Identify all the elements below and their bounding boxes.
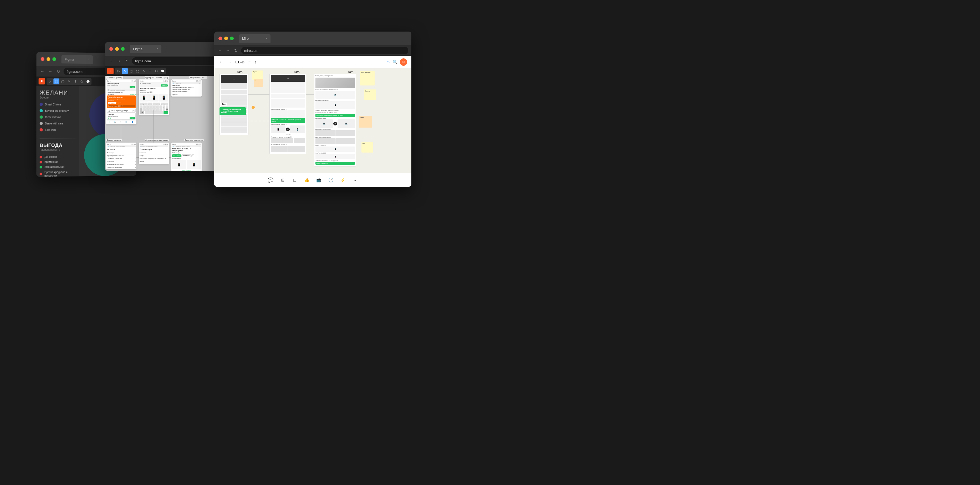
tab-label-win2: Figma — [133, 47, 143, 51]
minimize-button-win3[interactable] — [224, 37, 228, 40]
url-input-win2[interactable]: figma.com — [132, 57, 218, 65]
miro-cursor-icon[interactable]: ↖ — [387, 59, 390, 64]
figma-pen-win2[interactable]: ✎ — [141, 68, 147, 74]
forward-icon-win3[interactable]: → — [225, 48, 231, 53]
figma-tools-win2: ▷ ↖ ⬚ ◯ ✎ T ⬡ 💬 — [115, 68, 166, 75]
addressbar-win2: ← → ↻ figma.com — [105, 56, 221, 66]
benefit-dot-2 — [40, 161, 42, 163]
figma-content-win2: Главная страница Курсор поставлен в стро… — [105, 76, 221, 171]
benefit-label-1: Денежная — [45, 155, 57, 158]
miro-grid-btn[interactable]: ⊞ — [278, 176, 287, 184]
figma-cursor-tool[interactable]: ▷ — [47, 78, 53, 84]
tab-figma-win1[interactable]: Figma × — [62, 55, 93, 64]
emotion-dot-clear — [40, 115, 43, 119]
traffic-lights-win3 — [218, 37, 234, 40]
tab-close-miro[interactable]: × — [266, 37, 267, 40]
figma-text-tool[interactable]: T — [73, 79, 78, 85]
minimize-button[interactable] — [46, 57, 50, 61]
browser-window-miro: Miro × ← → ↻ miro.com ← → EL-D ☆ ↑ ↖ 🔍 B… — [214, 32, 411, 187]
figma-cursor-win2[interactable]: ▷ — [116, 68, 121, 74]
mobile-mockup-tv: Carrier9:41 AM 🔍Поиск по каталогу банка … — [139, 142, 169, 164]
sticky-1: Задача — [252, 70, 263, 80]
figma-shape-win2[interactable]: ◯ — [135, 68, 140, 74]
maximize-button-win2[interactable] — [121, 47, 125, 51]
benefit-label-4: Против кредитов и рассрочки — [45, 170, 76, 177]
back-icon-win2[interactable]: ← — [108, 58, 114, 64]
benefit-kredity: Против кредитов и рассрочки — [40, 169, 76, 177]
miro-like-btn[interactable]: 👍 — [302, 176, 311, 184]
miro-green-promo-box: Обменяйте или верните в течение 30 дней … — [220, 107, 246, 115]
label-glavnaya: Главная страница — [106, 76, 123, 79]
forward-icon-win2[interactable]: → — [116, 58, 121, 64]
emotion-label-clear: Clear mission — [45, 116, 61, 119]
maximize-button[interactable] — [52, 57, 56, 61]
miro-collapse-btn[interactable]: ‹‹ — [351, 176, 360, 184]
figma-frame-win2[interactable]: ⬚ — [128, 68, 134, 74]
mobile-mockup-search: Carrier9:41 AM Вы искали ранее Удалить Т… — [139, 80, 169, 115]
maximize-button-win3[interactable] — [230, 37, 234, 40]
benefits-list: Денежная Временная Эмоциональная Против … — [40, 154, 76, 177]
tab-close-win2[interactable]: × — [156, 47, 158, 51]
tab-miro[interactable]: Miro × — [239, 34, 270, 43]
emotion-smart-choice: Smart Choice — [40, 101, 76, 108]
miro-user-avatar: BB — [400, 58, 407, 66]
sticky-right-2: Заметка — [364, 89, 376, 100]
figma-hand-win2[interactable]: ⬡ — [154, 68, 159, 74]
emotion-beyond: Beyond the ordinary — [40, 108, 76, 114]
emotion-dot-serve — [40, 122, 43, 125]
tab-figma-win2[interactable]: Figma × — [130, 45, 161, 53]
racionalnost-label: Рациональность — [40, 148, 76, 151]
tab-label-miro: Miro — [242, 37, 249, 40]
figma-frame-tool[interactable]: ⬚ — [53, 78, 59, 84]
miro-share-icon[interactable]: ↑ — [254, 60, 256, 64]
miro-content: ← → EL-D ☆ ↑ ↖ 🔍 BB NDA ▪▪▪ — [214, 56, 411, 187]
mobile-mockup-results: Carrier9:41 AM 🔍смартфон× смартфоны Смар… — [172, 80, 202, 97]
back-icon-win3[interactable]: ← — [217, 48, 223, 53]
miro-star-icon[interactable]: ☆ — [248, 60, 251, 64]
titlebar-win3: Miro × — [214, 32, 411, 45]
browser-window-figma-mid: Figma × ← → ↻ figma.com F ▷ ↖ ⬚ ◯ ✎ T ⬡ … — [105, 42, 221, 171]
url-input-win3[interactable]: miro.com — [241, 47, 408, 54]
tab-close-icon[interactable]: × — [88, 57, 90, 61]
figma-select-win2[interactable]: ↖ — [122, 68, 128, 74]
figma-comment-tool[interactable]: 💬 — [85, 79, 91, 85]
sticky-right-1: Идея для экрана — [360, 71, 375, 86]
label-derevo-doc: Дерево каталога дочерние — [145, 139, 169, 141]
nda-label-3: NDA — [348, 70, 353, 73]
back-icon[interactable]: ← — [40, 69, 45, 74]
figma-text-win2[interactable]: T — [147, 68, 153, 74]
label-kursor: Курсор поставлен в строку — [145, 76, 169, 79]
benefit-label-2: Временная — [45, 160, 58, 163]
miro-forward-icon[interactable]: → — [227, 59, 232, 65]
emocii-subtitle: Эмоции — [40, 96, 76, 99]
emotion-clear: Clear mission — [40, 114, 76, 120]
close-button-win3[interactable] — [218, 37, 222, 40]
reload-icon-win2[interactable]: ↻ — [124, 58, 129, 64]
miro-video-btn[interactable]: 📺 — [315, 176, 323, 184]
miro-timer-btn[interactable]: 🕐 — [327, 176, 335, 184]
close-button[interactable] — [41, 57, 45, 61]
miro-back-icon[interactable]: ← — [218, 59, 224, 65]
close-button-win2[interactable] — [109, 47, 113, 51]
vygoda-title: ВЫГОДА — [40, 142, 76, 148]
reload-icon-win3[interactable]: ↻ — [233, 48, 239, 53]
figma-pen-tool[interactable]: ✎ — [66, 79, 72, 85]
miro-comment-btn[interactable]: 💬 — [266, 176, 275, 184]
emotion-label-serve: Serve with care — [45, 122, 64, 125]
miro-zoom-icon[interactable]: 🔍 — [393, 59, 398, 64]
figma-hand-tool[interactable]: ⬡ — [79, 79, 84, 85]
miro-lightning-btn[interactable]: ⚡ — [339, 176, 347, 184]
reload-icon[interactable]: ↻ — [56, 69, 61, 74]
emotion-dot-beyond — [40, 109, 43, 112]
figma-shape-tool[interactable]: ◯ — [60, 78, 66, 84]
emotion-label-fast: Fast own — [45, 128, 56, 131]
figma-logo-icon: F — [39, 78, 45, 85]
figma-comment-win2[interactable]: 💬 — [160, 68, 165, 74]
miro-shape-btn[interactable]: ◻ — [291, 176, 299, 184]
mobile-mockup-home: Carrier9:41 AM Магазин рядом от Сломано,… — [106, 80, 137, 124]
sticky-right-3: Todo — [361, 142, 373, 153]
forward-icon[interactable]: → — [48, 69, 53, 74]
minimize-button-win2[interactable] — [115, 47, 119, 51]
emotion-dot-fast — [40, 128, 43, 131]
benefit-dot-1 — [40, 156, 42, 158]
